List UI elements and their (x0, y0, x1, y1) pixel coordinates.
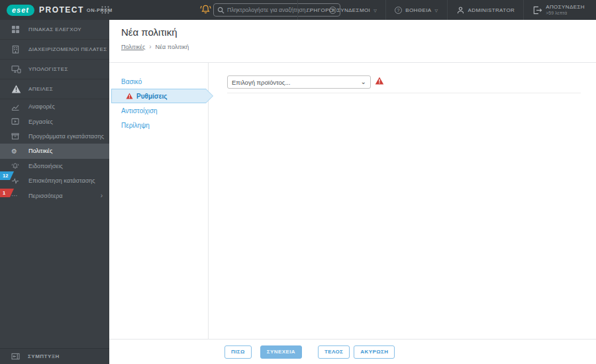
user-menu[interactable]: ADMINISTRATOR (447, 0, 524, 20)
sidebar-item-computers[interactable]: ΥΠΟΛΟΓΙΣΤΕΣ (0, 60, 109, 79)
dashboard-icon (11, 25, 28, 34)
page-title: Νέα πολιτική (121, 26, 596, 38)
step-label: Ρυθμίσεις (136, 93, 167, 100)
wizard-content: Επιλογή προϊόντος... ⌄ (209, 63, 596, 339)
wizard-step-settings[interactable]: Ρυθμίσεις (109, 89, 213, 103)
product-select-value: Επιλογή προϊόντος... (232, 79, 361, 86)
collapse-panel-icon (11, 353, 28, 360)
chevron-down-icon: ▽ (373, 8, 377, 13)
sidebar-item-policies[interactable]: ⚙ Πολιτικές (0, 144, 109, 158)
product-name: PROTECT (39, 5, 84, 15)
breadcrumb: Πολιτικές › Νέα πολιτική (121, 43, 596, 50)
sidebar: ΠΙΝΑΚΑΣ ΕΛΕΓΧΟΥ ΔΙΑΧΕΙΡΙΖΟΜΕΝΟΙ ΠΕΛΑΤΕΣ … (0, 20, 109, 364)
sidebar-item-reports[interactable]: Αναφορές (0, 99, 109, 114)
sidebar-item-label: Εργασίες (28, 118, 53, 125)
tasks-icon (11, 118, 28, 125)
back-button[interactable]: ΠΙΣΩ (224, 345, 252, 359)
quick-links-menu[interactable]: ΓΡΗΓΟΡΟΙ ΣΥΝΔΕΣΜΟΙ ▽ (297, 0, 385, 20)
logout-icon (532, 6, 542, 15)
sidebar-item-notifications[interactable]: Ειδοποιήσεις (0, 159, 109, 173)
step-label: Περίληψη (121, 122, 150, 129)
sidebar-item-label: Ειδοποιήσεις (28, 163, 63, 169)
collapse-label: ΣΥΜΠΤΥΞΗ (28, 353, 60, 359)
top-menu: ΓΡΗΓΟΡΟΙ ΣΥΝΔΕΣΜΟΙ ▽ ? ΒΟΗΘΕΙΑ ▽ ADMINIS… (297, 0, 593, 20)
sidebar-item-label: ΑΠΕΙΛΕΣ (28, 86, 53, 92)
sidebar-item-installers[interactable]: Προγράμματα εγκατάστασης (0, 129, 109, 144)
breadcrumb-current: Νέα πολιτική (156, 44, 189, 50)
logout-button[interactable]: ΑΠΟΣΥΝΔΕΣΗ >59 λεπτά (523, 0, 593, 20)
managed-clients-icon (11, 45, 28, 54)
sidebar-collapse-button[interactable]: ΣΥΜΠΤΥΞΗ (0, 348, 109, 364)
user-label: ADMINISTRATOR (468, 7, 515, 13)
chevron-right-icon: › (101, 192, 103, 199)
status-overview-icon (11, 177, 28, 185)
chevron-down-icon: ▽ (435, 8, 438, 13)
more-icon: ⋯ (11, 192, 28, 199)
logout-label: ΑΠΟΣΥΝΔΕΣΗ (546, 4, 585, 11)
help-icon: ? (395, 7, 402, 14)
notifications-icon (11, 162, 28, 170)
content-divider (227, 93, 581, 93)
warning-icon (126, 93, 133, 99)
user-icon (456, 6, 465, 15)
policies-gear-icon: ⚙ (11, 148, 28, 155)
sidebar-item-managed-clients[interactable]: ΔΙΑΧΕΙΡΙΖΟΜΕΝΟΙ ΠΕΛΑΤΕΣ (0, 40, 109, 60)
eset-logo: eset (7, 5, 34, 16)
quick-links-label: ΓΡΗΓΟΡΟΙ ΣΥΝΔΕΣΜΟΙ (307, 7, 370, 13)
wizard-step-summary[interactable]: Περίληψη (109, 118, 208, 132)
sidebar-item-status-overview[interactable]: Επισκόπηση κατάστασης (0, 173, 109, 188)
sidebar-item-label: ΠΙΝΑΚΑΣ ΕΛΕΓΧΟΥ (28, 26, 81, 32)
search-icon (217, 7, 224, 14)
top-bar: eset PROTECT ON-PREM ? ΓΡΗΓΟΡΟΙ ΣΥΝΔΕΣΜΟ… (0, 0, 596, 20)
sidebar-item-dashboard[interactable]: ΠΙΝΑΚΑΣ ΕΛΕΓΧΟΥ (0, 20, 109, 40)
wizard-step-assign[interactable]: Αντιστοίχιση (109, 103, 208, 118)
sidebar-item-label: ΔΙΑΧΕΙΡΙΖΟΜΕΝΟΙ ΠΕΛΑΤΕΣ (28, 46, 107, 52)
reports-icon (11, 103, 28, 111)
wizard-step-basic[interactable]: Βασικό (109, 74, 208, 89)
wizard-step-nav: Βασικό Ρυθμίσεις Αντιστοίχιση Περίληψη (109, 63, 209, 339)
main-area: Νέα πολιτική Πολιτικές › Νέα πολιτική Βα… (109, 20, 596, 364)
sidebar-item-label: ΥΠΟΛΟΓΙΣΤΕΣ (28, 66, 68, 72)
breadcrumb-separator-icon: › (149, 43, 151, 50)
product-select-dropdown[interactable]: Επιλογή προϊόντος... ⌄ (227, 75, 371, 89)
validation-warning-icon (375, 77, 384, 85)
step-label: Αντιστοίχιση (121, 107, 158, 114)
sidebar-item-label: Περισσότερα (28, 193, 63, 199)
sidebar-item-label: Πολιτικές (28, 148, 52, 154)
notifications-bell-icon[interactable] (199, 3, 212, 16)
step-label: Βασικό (121, 78, 142, 85)
sidebar-item-label: Αναφορές (28, 103, 55, 110)
app-grid-icon[interactable] (101, 5, 110, 15)
sidebar-item-more[interactable]: ⋯ Περισσότερα › (0, 188, 109, 203)
help-label: ΒΟΗΘΕΙΑ (405, 7, 431, 13)
sidebar-item-label: Επισκόπηση κατάστασης (28, 177, 95, 184)
sidebar-item-tasks[interactable]: Εργασίες (0, 114, 109, 128)
threats-icon (11, 85, 28, 93)
sidebar-item-threats[interactable]: ΑΠΕΙΛΕΣ (0, 79, 109, 99)
breadcrumb-link-policies[interactable]: Πολιτικές (121, 44, 145, 50)
finish-button[interactable]: ΤΕΛΟΣ (318, 345, 350, 359)
computers-icon (11, 65, 28, 73)
logout-timer: >59 λεπτά (546, 11, 585, 17)
help-menu[interactable]: ? ΒΟΗΘΕΙΑ ▽ (385, 0, 446, 20)
page-header: Νέα πολιτική Πολιτικές › Νέα πολιτική (109, 20, 596, 63)
wizard-footer: ΠΙΣΩ ΣΥΝΕΧΕΙΑ ΤΕΛΟΣ ΑΚΥΡΩΣΗ (109, 339, 596, 364)
cancel-button[interactable]: ΑΚΥΡΩΣΗ (354, 345, 395, 359)
brand-logo[interactable]: eset PROTECT ON-PREM (7, 0, 113, 20)
sidebar-item-label: Προγράμματα εγκατάστασης (28, 133, 104, 140)
continue-button[interactable]: ΣΥΝΕΧΕΙΑ (260, 345, 302, 359)
installers-icon (11, 132, 28, 140)
